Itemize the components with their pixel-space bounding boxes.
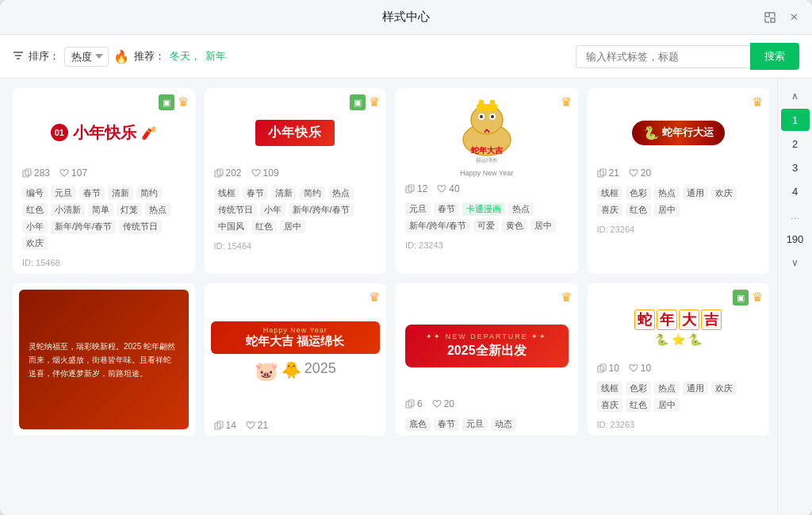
tag[interactable]: 欢庆 — [711, 186, 737, 200]
tag[interactable]: 通用 — [683, 186, 708, 200]
tag[interactable]: 春节 — [434, 417, 459, 431]
tag[interactable]: 灯笼 — [117, 203, 142, 217]
crown-icon: ♛ — [752, 290, 763, 306]
tag[interactable]: 底色 — [405, 417, 431, 431]
tag[interactable]: 居中 — [654, 203, 680, 217]
tag[interactable]: 热点 — [145, 203, 170, 217]
tag[interactable]: 热点 — [328, 186, 354, 200]
tag[interactable]: 简单 — [88, 203, 113, 217]
tag[interactable]: 春节 — [79, 186, 105, 200]
tag[interactable]: 红色 — [22, 203, 48, 217]
card-stats: 14 21 — [205, 420, 387, 436]
main-window: 样式中心 ✕ 排序： 热度 最新 — [0, 0, 812, 515]
preview-content: 蛇 年 大 吉 — [634, 309, 722, 330]
sort-select[interactable]: 热度 最新 收藏 — [64, 47, 109, 67]
tag[interactable]: 居中 — [530, 219, 556, 233]
search-button[interactable]: 搜索 — [750, 43, 799, 70]
tag[interactable]: 小年 — [22, 220, 48, 233]
card-23264[interactable]: ♛ 🐍 蛇年行大运 21 20 — [588, 88, 770, 274]
tag[interactable]: 元旦 — [462, 417, 488, 431]
card-15464[interactable]: ▣ ♛ 小年快乐 202 109 线框 — [205, 88, 387, 274]
tag[interactable]: 色彩 — [626, 382, 651, 395]
snake-emoji2: 🐍 — [688, 333, 702, 346]
crown-icon: ♛ — [369, 94, 380, 110]
tag[interactable]: 动态 — [491, 417, 516, 431]
maximize-button[interactable] — [761, 9, 779, 26]
card-15468[interactable]: ▣ ♛ 01 小年快乐 🧨 283 — [13, 88, 195, 274]
tag[interactable]: 红色 — [626, 203, 651, 217]
card-bottom1[interactable]: 灵蛇纳福至，瑞彩映新程。2025 蛇年翩然而来，烟火盛放，街巷皆年味。且看祥蛇送… — [13, 283, 195, 436]
page-4-button[interactable]: 4 — [781, 180, 810, 202]
card-23243[interactable]: ♛ — [396, 88, 578, 274]
tag[interactable]: 线框 — [597, 382, 622, 395]
tag[interactable]: 春节 — [243, 186, 268, 200]
tag[interactable]: 居中 — [654, 398, 680, 412]
tag[interactable]: 新年/跨年/春节 — [289, 203, 354, 217]
card-bottom2[interactable]: ♛ Happy New Year 蛇年大吉 福运绵长 🐷 🐥 2025 — [205, 283, 387, 436]
char-year: 年 — [657, 309, 677, 330]
svg-rect-21 — [490, 100, 495, 106]
tag[interactable]: 喜庆 — [597, 203, 622, 217]
crown-icon: ♛ — [369, 290, 380, 305]
tag[interactable]: 喜庆 — [597, 398, 622, 412]
tag[interactable]: 通用 — [683, 382, 708, 395]
page-prev-button[interactable]: ∧ — [781, 85, 810, 107]
copy-stat: 6 — [405, 398, 423, 409]
card-preview: ✦✦ NEW DEPARTURE ✦✦ 2025全新出发 — [396, 283, 578, 398]
tag[interactable]: 黄色 — [502, 219, 527, 233]
tag[interactable]: 元旦 — [405, 202, 431, 216]
tag[interactable]: 热点 — [654, 186, 680, 200]
tag[interactable]: 红色 — [251, 220, 277, 233]
recommend-tag-newyear[interactable]: 新年 — [205, 49, 226, 63]
tag[interactable]: 热点 — [508, 202, 534, 216]
card-stats: 12 40 — [396, 183, 578, 199]
tag[interactable]: 中国风 — [214, 220, 248, 233]
copy-stat: 14 — [214, 420, 236, 431]
search-area: 搜索 — [576, 43, 799, 70]
window-actions: ✕ — [761, 9, 802, 26]
page-total-button[interactable]: 190 — [781, 228, 810, 250]
page-next-button[interactable]: ∨ — [781, 252, 810, 274]
card-stats: 202 109 — [205, 167, 387, 183]
page-3-button[interactable]: 3 — [781, 156, 810, 179]
tag[interactable]: 春节 — [434, 202, 459, 216]
preview-content: 灵蛇纳福至，瑞彩映新程。2025 蛇年翩然而来，烟火盛放，街巷皆年味。且看祥蛇送… — [19, 290, 189, 429]
tag[interactable]: 小年 — [260, 203, 285, 217]
crown-icon: ♛ — [752, 94, 763, 110]
page-2-button[interactable]: 2 — [781, 133, 810, 155]
tag[interactable]: 编号 — [22, 186, 48, 200]
page-1-button[interactable]: 1 — [781, 109, 810, 131]
toolbar: 排序： 热度 最新 收藏 🔥 推荐： 冬天， 新年 搜索 — [0, 35, 812, 79]
tag[interactable]: 可爱 — [473, 219, 499, 233]
tag[interactable]: 线框 — [214, 186, 239, 200]
tag[interactable]: 欢庆 — [22, 236, 48, 250]
tag-highlight[interactable]: 卡通漫画 — [462, 202, 505, 216]
tag[interactable]: 清新 — [108, 186, 133, 200]
tag[interactable]: 红色 — [626, 398, 651, 412]
card-top-icons: ▣ ♛ — [350, 94, 380, 110]
tag[interactable]: 元旦 — [51, 186, 76, 200]
search-input[interactable] — [576, 45, 750, 68]
tag[interactable]: 新年/跨年/春节 — [51, 220, 116, 233]
tag[interactable]: 热点 — [654, 382, 680, 395]
card-bottom3[interactable]: ♛ ✦✦ NEW DEPARTURE ✦✦ 2025全新出发 6 20 — [396, 283, 578, 436]
tag[interactable]: 居中 — [280, 220, 305, 233]
filter-label: 排序： — [29, 49, 59, 63]
tag[interactable]: 清新 — [271, 186, 297, 200]
recommend-tag-winter[interactable]: 冬天， — [170, 49, 201, 63]
tag[interactable]: 欢庆 — [711, 382, 737, 395]
card-tags: 编号 元旦 春节 清新 简约 红色 小清新 简单 灯笼 热点 小年 新年/跨年/… — [13, 183, 195, 255]
card-23263[interactable]: ▣ ♛ 蛇 年 大 吉 🐍 ⭐ 🐍 — [588, 283, 770, 436]
tag[interactable]: 小清新 — [51, 203, 85, 217]
tag[interactable]: 色彩 — [626, 186, 651, 200]
preview-animals: 🐷 🐥 2025 — [255, 360, 336, 382]
preview-content: 01 小年快乐 🧨 — [51, 122, 157, 144]
tag[interactable]: 传统节日 — [119, 220, 162, 233]
close-button[interactable]: ✕ — [785, 9, 802, 26]
tag[interactable]: 简约 — [300, 186, 325, 200]
tag[interactable]: 传统节日 — [214, 203, 257, 217]
tag[interactable]: 线框 — [597, 186, 622, 200]
card-id: ID: 23264 — [588, 221, 770, 240]
tag[interactable]: 新年/跨年/春节 — [405, 219, 470, 233]
tag[interactable]: 简约 — [136, 186, 162, 200]
